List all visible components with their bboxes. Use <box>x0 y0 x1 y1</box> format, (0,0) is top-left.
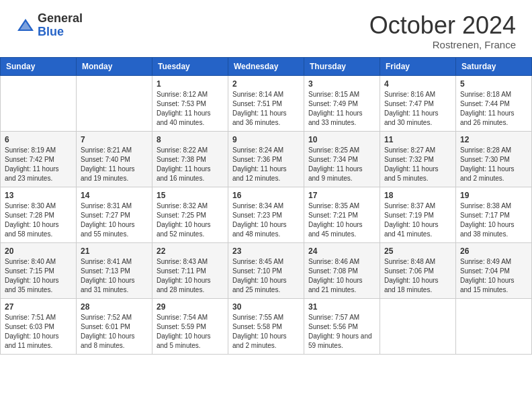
calendar-cell-w2-d3: 9Sunrise: 8:24 AM Sunset: 7:36 PM Daylig… <box>228 131 304 187</box>
day-info: Sunrise: 8:21 AM Sunset: 7:40 PM Dayligh… <box>81 146 148 183</box>
calendar-cell-w2-d5: 11Sunrise: 8:27 AM Sunset: 7:32 PM Dayli… <box>380 131 456 187</box>
calendar-cell-w3-d6: 19Sunrise: 8:38 AM Sunset: 7:17 PM Dayli… <box>456 187 532 242</box>
page-header: General Blue October 2024 Rostrenen, Fra… <box>0 0 532 57</box>
day-number: 12 <box>460 135 527 144</box>
calendar-cell-w1-d0 <box>1 75 77 131</box>
day-number: 21 <box>81 246 148 256</box>
day-number: 28 <box>81 302 148 312</box>
col-saturday: Saturday <box>456 57 532 75</box>
day-number: 14 <box>81 191 148 200</box>
calendar-cell-w4-d5: 25Sunrise: 8:48 AM Sunset: 7:06 PM Dayli… <box>380 242 456 298</box>
day-info: Sunrise: 8:30 AM Sunset: 7:28 PM Dayligh… <box>5 201 72 239</box>
calendar-cell-w5-d6 <box>456 298 532 354</box>
day-number: 9 <box>232 135 300 144</box>
day-info: Sunrise: 8:18 AM Sunset: 7:44 PM Dayligh… <box>460 90 527 128</box>
day-info: Sunrise: 8:45 AM Sunset: 7:10 PM Dayligh… <box>232 257 300 295</box>
day-number: 5 <box>460 79 527 89</box>
day-number: 25 <box>384 246 451 256</box>
calendar-cell-w1-d3: 2Sunrise: 8:14 AM Sunset: 7:51 PM Daylig… <box>228 75 304 131</box>
col-monday: Monday <box>77 57 152 75</box>
calendar-cell-w5-d5 <box>380 298 456 354</box>
calendar-cell-w2-d2: 8Sunrise: 8:22 AM Sunset: 7:38 PM Daylig… <box>152 131 228 187</box>
calendar-header: Sunday Monday Tuesday Wednesday Thursday… <box>1 57 532 75</box>
day-info: Sunrise: 8:46 AM Sunset: 7:08 PM Dayligh… <box>308 257 375 295</box>
calendar-cell-w3-d5: 18Sunrise: 8:37 AM Sunset: 7:19 PM Dayli… <box>380 187 456 242</box>
day-info: Sunrise: 8:15 AM Sunset: 7:49 PM Dayligh… <box>308 90 375 128</box>
title-block: October 2024 Rostrenen, France <box>369 12 516 50</box>
day-number: 7 <box>81 135 148 144</box>
day-info: Sunrise: 8:43 AM Sunset: 7:11 PM Dayligh… <box>157 257 224 295</box>
day-number: 17 <box>308 191 375 200</box>
day-info: Sunrise: 8:16 AM Sunset: 7:47 PM Dayligh… <box>384 90 451 128</box>
calendar-cell-w2-d1: 7Sunrise: 8:21 AM Sunset: 7:40 PM Daylig… <box>77 131 152 187</box>
day-number: 3 <box>308 79 375 89</box>
day-info: Sunrise: 8:40 AM Sunset: 7:15 PM Dayligh… <box>5 257 72 295</box>
logo: General Blue <box>16 12 83 39</box>
calendar-cell-w3-d1: 14Sunrise: 8:31 AM Sunset: 7:27 PM Dayli… <box>77 187 152 242</box>
calendar-cell-w2-d6: 12Sunrise: 8:28 AM Sunset: 7:30 PM Dayli… <box>456 131 532 187</box>
calendar-cell-w4-d1: 21Sunrise: 8:41 AM Sunset: 7:13 PM Dayli… <box>77 242 152 298</box>
calendar-cell-w4-d2: 22Sunrise: 8:43 AM Sunset: 7:11 PM Dayli… <box>152 242 228 298</box>
logo-icon <box>16 16 35 35</box>
day-number: 29 <box>157 302 224 312</box>
calendar-body: 1Sunrise: 8:12 AM Sunset: 7:53 PM Daylig… <box>1 75 532 354</box>
col-thursday: Thursday <box>304 57 380 75</box>
month-title: October 2024 <box>369 12 516 39</box>
calendar-cell-w4-d4: 24Sunrise: 8:46 AM Sunset: 7:08 PM Dayli… <box>304 242 380 298</box>
day-number: 11 <box>384 135 451 144</box>
day-number: 15 <box>157 191 224 200</box>
day-number: 10 <box>308 135 375 144</box>
calendar-cell-w1-d2: 1Sunrise: 8:12 AM Sunset: 7:53 PM Daylig… <box>152 75 228 131</box>
week-row-2: 6Sunrise: 8:19 AM Sunset: 7:42 PM Daylig… <box>1 131 532 187</box>
calendar-cell-w1-d1 <box>77 75 152 131</box>
location-subtitle: Rostrenen, France <box>369 39 516 50</box>
day-info: Sunrise: 7:51 AM Sunset: 6:03 PM Dayligh… <box>5 313 72 351</box>
day-info: Sunrise: 8:49 AM Sunset: 7:04 PM Dayligh… <box>460 257 527 295</box>
day-number: 24 <box>308 246 375 256</box>
day-info: Sunrise: 8:48 AM Sunset: 7:06 PM Dayligh… <box>384 257 451 295</box>
calendar-cell-w4-d0: 20Sunrise: 8:40 AM Sunset: 7:15 PM Dayli… <box>1 242 77 298</box>
calendar-cell-w2-d0: 6Sunrise: 8:19 AM Sunset: 7:42 PM Daylig… <box>1 131 77 187</box>
calendar-cell-w5-d2: 29Sunrise: 7:54 AM Sunset: 5:59 PM Dayli… <box>152 298 228 354</box>
day-number: 31 <box>308 302 375 312</box>
header-row: Sunday Monday Tuesday Wednesday Thursday… <box>1 57 532 75</box>
col-wednesday: Wednesday <box>228 57 304 75</box>
col-friday: Friday <box>380 57 456 75</box>
day-info: Sunrise: 8:41 AM Sunset: 7:13 PM Dayligh… <box>81 257 148 295</box>
day-number: 13 <box>5 191 72 200</box>
calendar-cell-w3-d2: 15Sunrise: 8:32 AM Sunset: 7:25 PM Dayli… <box>152 187 228 242</box>
day-info: Sunrise: 8:32 AM Sunset: 7:25 PM Dayligh… <box>157 201 224 239</box>
calendar-cell-w5-d0: 27Sunrise: 7:51 AM Sunset: 6:03 PM Dayli… <box>1 298 77 354</box>
day-number: 16 <box>232 191 300 200</box>
week-row-1: 1Sunrise: 8:12 AM Sunset: 7:53 PM Daylig… <box>1 75 532 131</box>
day-number: 22 <box>157 246 224 256</box>
calendar-cell-w4-d3: 23Sunrise: 8:45 AM Sunset: 7:10 PM Dayli… <box>228 242 304 298</box>
day-info: Sunrise: 8:34 AM Sunset: 7:23 PM Dayligh… <box>232 201 300 239</box>
calendar-cell-w3-d4: 17Sunrise: 8:35 AM Sunset: 7:21 PM Dayli… <box>304 187 380 242</box>
day-number: 8 <box>157 135 224 144</box>
calendar-cell-w4-d6: 26Sunrise: 8:49 AM Sunset: 7:04 PM Dayli… <box>456 242 532 298</box>
logo-text: General Blue <box>38 12 83 39</box>
calendar-cell-w5-d3: 30Sunrise: 7:55 AM Sunset: 5:58 PM Dayli… <box>228 298 304 354</box>
day-info: Sunrise: 8:19 AM Sunset: 7:42 PM Dayligh… <box>5 146 72 183</box>
day-number: 6 <box>5 135 72 144</box>
calendar-cell-w2-d4: 10Sunrise: 8:25 AM Sunset: 7:34 PM Dayli… <box>304 131 380 187</box>
calendar-cell-w1-d6: 5Sunrise: 8:18 AM Sunset: 7:44 PM Daylig… <box>456 75 532 131</box>
calendar-cell-w3-d0: 13Sunrise: 8:30 AM Sunset: 7:28 PM Dayli… <box>1 187 77 242</box>
day-info: Sunrise: 7:57 AM Sunset: 5:56 PM Dayligh… <box>308 313 375 351</box>
day-info: Sunrise: 7:52 AM Sunset: 6:01 PM Dayligh… <box>81 313 148 351</box>
day-info: Sunrise: 8:28 AM Sunset: 7:30 PM Dayligh… <box>460 146 527 183</box>
day-info: Sunrise: 8:35 AM Sunset: 7:21 PM Dayligh… <box>308 201 375 239</box>
day-info: Sunrise: 8:37 AM Sunset: 7:19 PM Dayligh… <box>384 201 451 239</box>
day-number: 30 <box>232 302 300 312</box>
day-info: Sunrise: 7:55 AM Sunset: 5:58 PM Dayligh… <box>232 313 300 351</box>
logo-blue-text: Blue <box>38 26 83 39</box>
week-row-5: 27Sunrise: 7:51 AM Sunset: 6:03 PM Dayli… <box>1 298 532 354</box>
day-number: 19 <box>460 191 527 200</box>
calendar-cell-w1-d4: 3Sunrise: 8:15 AM Sunset: 7:49 PM Daylig… <box>304 75 380 131</box>
day-number: 23 <box>232 246 300 256</box>
week-row-3: 13Sunrise: 8:30 AM Sunset: 7:28 PM Dayli… <box>1 187 532 242</box>
day-info: Sunrise: 8:22 AM Sunset: 7:38 PM Dayligh… <box>157 146 224 183</box>
week-row-4: 20Sunrise: 8:40 AM Sunset: 7:15 PM Dayli… <box>1 242 532 298</box>
calendar-cell-w1-d5: 4Sunrise: 8:16 AM Sunset: 7:47 PM Daylig… <box>380 75 456 131</box>
